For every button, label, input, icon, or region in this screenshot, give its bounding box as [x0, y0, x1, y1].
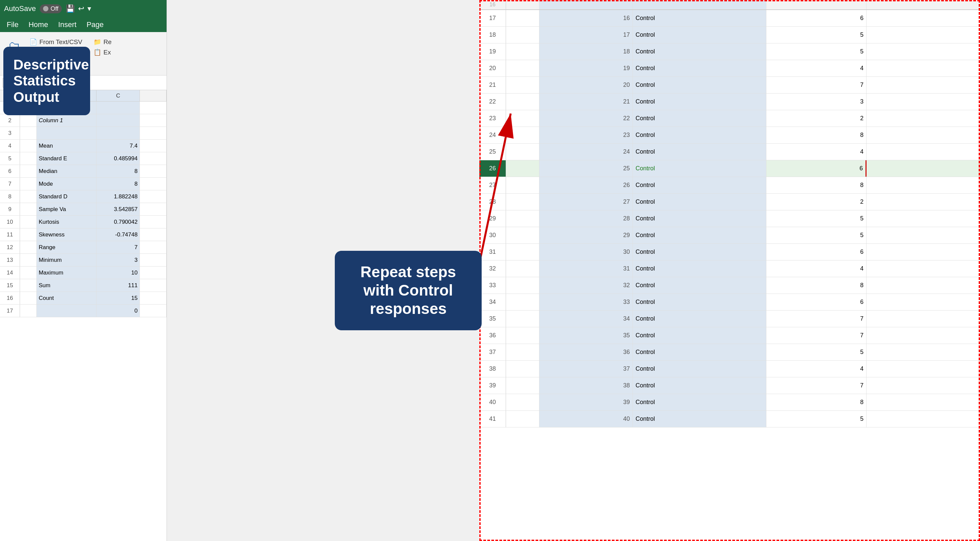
- cell-r31d[interactable]: 6: [766, 244, 867, 260]
- cell-r39d[interactable]: 7: [766, 377, 867, 394]
- cell-r29b[interactable]: 28: [539, 211, 633, 227]
- cell-15b[interactable]: Sum: [37, 279, 97, 292]
- autosave-toggle[interactable]: Off: [40, 4, 62, 13]
- cell-3c[interactable]: [97, 127, 140, 139]
- cell-6c[interactable]: 8: [97, 165, 140, 177]
- cell-r40a[interactable]: [506, 394, 539, 410]
- cell-13a[interactable]: [20, 254, 37, 266]
- cell-r22c[interactable]: Control: [633, 94, 766, 110]
- cell-r27a[interactable]: [506, 177, 539, 193]
- cell-17c[interactable]: 0: [97, 305, 140, 317]
- cell-17b[interactable]: [37, 305, 97, 317]
- cell-r34b[interactable]: 33: [539, 294, 633, 310]
- cell-8c[interactable]: 1.882248: [97, 190, 140, 203]
- cell-r20d[interactable]: 4: [766, 60, 867, 77]
- menu-home[interactable]: Home: [29, 21, 48, 29]
- cell-4d[interactable]: [140, 140, 167, 152]
- cell-1d[interactable]: [140, 102, 167, 114]
- cell-r23b[interactable]: 22: [539, 110, 633, 126]
- cell-r37b[interactable]: 36: [539, 344, 633, 360]
- cell-r37c[interactable]: Control: [633, 344, 766, 360]
- cell-14b[interactable]: Maximum: [37, 267, 97, 279]
- cell-r31b[interactable]: 30: [539, 244, 633, 260]
- ribbon-text-csv-btn[interactable]: 📄 From Text/CSV: [28, 37, 87, 46]
- cell-r41d[interactable]: 5: [766, 411, 867, 427]
- cell-9b[interactable]: Sample Va: [37, 203, 97, 215]
- cell-9d[interactable]: [140, 203, 167, 215]
- cell-10d[interactable]: [140, 216, 167, 228]
- cell-r34c[interactable]: Control: [633, 294, 766, 310]
- cell-r27d[interactable]: 8: [766, 177, 867, 193]
- cell-13b[interactable]: Minimum: [37, 254, 97, 266]
- cell-r17c[interactable]: Control: [633, 10, 766, 26]
- cell-top-c[interactable]: [633, 0, 766, 10]
- cell-5c[interactable]: 0.485994: [97, 152, 140, 164]
- cell-3d[interactable]: [140, 127, 167, 139]
- cell-r37d[interactable]: 5: [766, 344, 867, 360]
- cell-r26a[interactable]: [506, 160, 539, 177]
- cell-r37a[interactable]: [506, 344, 539, 360]
- cell-7c[interactable]: 8: [97, 178, 140, 190]
- cell-r32a[interactable]: [506, 260, 539, 277]
- cell-15a[interactable]: [20, 279, 37, 292]
- cell-r30b[interactable]: 29: [539, 227, 633, 243]
- cell-r28c[interactable]: Control: [633, 194, 766, 210]
- cell-r25a[interactable]: [506, 144, 539, 160]
- dropdown-icon[interactable]: ▾: [88, 4, 91, 13]
- cell-r32c[interactable]: Control: [633, 260, 766, 277]
- cell-r30c[interactable]: Control: [633, 227, 766, 243]
- cell-r38a[interactable]: [506, 361, 539, 377]
- cell-r39b[interactable]: 38: [539, 377, 633, 394]
- cell-12a[interactable]: [20, 241, 37, 254]
- undo-icon[interactable]: ↩: [78, 4, 84, 13]
- cell-2c[interactable]: [97, 114, 140, 126]
- cell-r27b[interactable]: 26: [539, 177, 633, 193]
- cell-r20b[interactable]: 19: [539, 60, 633, 77]
- cell-r30d[interactable]: 5: [766, 227, 867, 243]
- cell-r27c[interactable]: Control: [633, 177, 766, 193]
- cell-r24b[interactable]: 23: [539, 127, 633, 143]
- cell-10c[interactable]: 0.790042: [97, 216, 140, 228]
- col-header-c[interactable]: C: [97, 90, 140, 101]
- cell-6a[interactable]: [20, 165, 37, 177]
- cell-r38d[interactable]: 4: [766, 361, 867, 377]
- cell-r28b[interactable]: 27: [539, 194, 633, 210]
- cell-r35c[interactable]: Control: [633, 311, 766, 327]
- cell-r33a[interactable]: [506, 277, 539, 294]
- cell-r17b[interactable]: 16: [539, 10, 633, 26]
- cell-r31c[interactable]: Control: [633, 244, 766, 260]
- cell-r36d[interactable]: 7: [766, 327, 867, 344]
- cell-r33c[interactable]: Control: [633, 277, 766, 294]
- cell-7b[interactable]: Mode: [37, 178, 97, 190]
- cell-r26c[interactable]: Control: [633, 160, 766, 177]
- cell-17d[interactable]: [140, 305, 167, 317]
- cell-11c[interactable]: -0.74748: [97, 228, 140, 241]
- cell-r28d[interactable]: 2: [766, 194, 867, 210]
- cell-12c[interactable]: 7: [97, 241, 140, 254]
- cell-12d[interactable]: [140, 241, 167, 254]
- cell-r38c[interactable]: Control: [633, 361, 766, 377]
- cell-4c[interactable]: 7.4: [97, 140, 140, 152]
- cell-11d[interactable]: [140, 228, 167, 241]
- save-icon[interactable]: 💾: [66, 4, 75, 13]
- cell-8a[interactable]: [20, 190, 37, 203]
- cell-r18b[interactable]: 17: [539, 27, 633, 43]
- cell-r21b[interactable]: 20: [539, 77, 633, 93]
- cell-14d[interactable]: [140, 267, 167, 279]
- cell-13d[interactable]: [140, 254, 167, 266]
- cell-16d[interactable]: [140, 292, 167, 304]
- cell-top-b[interactable]: [539, 0, 633, 10]
- cell-r29d[interactable]: 5: [766, 211, 867, 227]
- cell-5a[interactable]: [20, 152, 37, 164]
- cell-16a[interactable]: [20, 292, 37, 304]
- cell-9c[interactable]: 3.542857: [97, 203, 140, 215]
- cell-10a[interactable]: [20, 216, 37, 228]
- cell-r21c[interactable]: Control: [633, 77, 766, 93]
- cell-7a[interactable]: [20, 178, 37, 190]
- ribbon-ex-btn[interactable]: 📋 Ex: [92, 48, 113, 57]
- cell-r29c[interactable]: Control: [633, 211, 766, 227]
- cell-11a[interactable]: [20, 228, 37, 241]
- cell-10b[interactable]: Kurtosis: [37, 216, 97, 228]
- cell-r22b[interactable]: 21: [539, 94, 633, 110]
- cell-r18c[interactable]: Control: [633, 27, 766, 43]
